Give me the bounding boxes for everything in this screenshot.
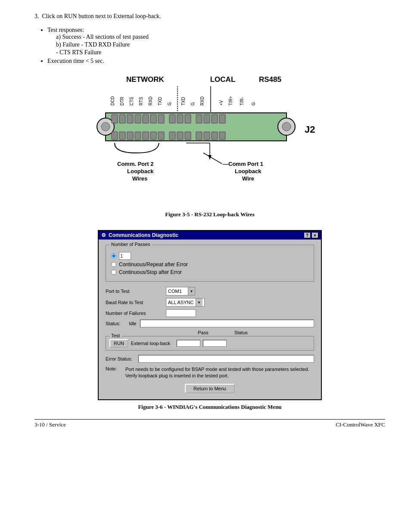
num-failures-label: Number of Failures	[106, 311, 166, 316]
figure-3-5-container: NETWORK LOCAL RS485 DCD DTR CTS RTS RXD …	[34, 73, 385, 226]
svg-point-21	[101, 122, 110, 131]
dialog-title-icon: ⚙	[101, 232, 106, 238]
radio-1-input[interactable]	[111, 253, 116, 258]
dialog-body: Number of Passes Continuous/Repeat after…	[99, 240, 321, 399]
radio-2-label: Continuous/Repeat after Error	[119, 261, 188, 268]
step-text: 3. Click on RUN button next to External …	[34, 13, 385, 20]
svg-text:Comm. Port 2: Comm. Port 2	[117, 161, 154, 167]
error-status-label: Error Status:	[106, 356, 137, 361]
svg-text:RTS: RTS	[139, 97, 143, 106]
svg-rect-48	[196, 132, 202, 140]
svg-text:G: G	[251, 102, 256, 106]
svg-text:J2: J2	[305, 124, 315, 135]
svg-rect-39	[119, 132, 125, 140]
svg-rect-26	[127, 115, 133, 123]
svg-text:+V: +V	[219, 100, 224, 106]
svg-rect-34	[196, 115, 202, 123]
comm-diagnostic-dialog: ⚙ Communications Diagnostic ? × Number o…	[98, 230, 322, 400]
svg-text:TXD: TXD	[158, 97, 162, 106]
test-group-label: Test	[109, 333, 121, 338]
dialog-controls[interactable]: ? ×	[304, 232, 318, 238]
sub-item-3: - CTS RTS Failure	[56, 49, 385, 56]
status-input	[203, 340, 227, 347]
dialog-help-button[interactable]: ?	[304, 232, 311, 238]
svg-rect-30	[158, 115, 164, 123]
svg-text:Wire: Wire	[242, 175, 254, 182]
baud-rate-label: Baud Rate to Test	[106, 300, 166, 305]
sub-item-2: b) Failure - TXD RXD Failure	[56, 41, 385, 48]
bullet-item-1: Test responses: a) Success - All section…	[47, 27, 385, 56]
svg-rect-49	[204, 132, 210, 140]
dialog-close-button[interactable]: ×	[311, 232, 318, 238]
num-failures-input[interactable]	[166, 309, 196, 317]
dialog-titlebar-left: ⚙ Communications Diagnostic	[101, 232, 178, 238]
svg-rect-27	[135, 115, 141, 123]
number-of-passes-group: Number of Passes Continuous/Repeat after…	[106, 245, 314, 282]
num-failures-row: Number of Failures	[106, 309, 314, 317]
svg-rect-25	[119, 115, 125, 123]
test-row: RUN External loop-back	[109, 339, 310, 348]
sub-item-1: a) Success - All sections of test passed	[56, 34, 385, 40]
svg-rect-51	[219, 132, 225, 140]
radio-row-1	[111, 252, 308, 260]
svg-rect-41	[135, 132, 141, 140]
error-status-row: Error Status:	[106, 355, 314, 363]
error-status-bar	[138, 355, 314, 363]
return-btn-row: Return to Menu	[106, 384, 314, 393]
svg-text:DTR: DTR	[120, 96, 125, 106]
svg-text:G: G	[190, 102, 195, 106]
baud-rate-dropdown[interactable]: ALL ASYNC ▼	[166, 298, 205, 307]
radio-3-input[interactable]	[111, 270, 116, 275]
sub-list-1: a) Success - All sections of test passed…	[56, 34, 385, 56]
svg-rect-29	[150, 115, 156, 123]
baud-rate-value: ALL ASYNC	[166, 300, 196, 305]
svg-rect-45	[169, 132, 175, 140]
svg-rect-44	[158, 132, 164, 140]
status-value: Idle	[129, 321, 137, 326]
number-of-passes-label: Number of Passes	[109, 242, 152, 247]
page-footer: 3-10 / Service CI-ControlWave XFC	[34, 419, 385, 428]
svg-text:Loopback: Loopback	[127, 168, 154, 174]
status-col-header: Status	[234, 330, 248, 335]
svg-rect-36	[212, 115, 218, 123]
bullet-list: Test responses: a) Success - All section…	[47, 27, 385, 65]
svg-text:DCD: DCD	[110, 96, 115, 106]
svg-rect-42	[143, 132, 149, 140]
svg-text:—Comm Port 1: —Comm Port 1	[223, 161, 263, 167]
port-to-test-dropdown[interactable]: COM1 ▼	[166, 287, 195, 296]
radio-2-input[interactable]	[111, 262, 116, 267]
svg-rect-37	[219, 115, 225, 123]
port-to-test-label: Port to Test	[106, 289, 166, 294]
dialog-wrapper: ⚙ Communications Diagnostic ? × Number o…	[34, 230, 385, 400]
pass-header: Pass	[198, 330, 208, 335]
port-to-test-value: COM1	[166, 289, 188, 294]
dialog-title: Communications Diagnostic	[109, 232, 178, 238]
svg-text:G: G	[167, 102, 172, 106]
dialog-titlebar: ⚙ Communications Diagnostic ? ×	[99, 231, 321, 240]
figure-3-6-caption: Figure 3-6 - WINDIAG's Communications Di…	[34, 404, 385, 411]
bullet-item-2: Execution time < 5 sec.	[47, 58, 385, 65]
note-text: Port needs to be configured for BSAP mod…	[125, 366, 314, 380]
svg-text:Loopback: Loopback	[235, 168, 262, 174]
svg-text:RXD: RXD	[148, 96, 153, 106]
return-to-menu-button[interactable]: Return to Menu	[185, 384, 235, 393]
radio-row-2: Continuous/Repeat after Error	[111, 261, 308, 268]
svg-rect-46	[177, 132, 183, 140]
num-passes-input[interactable]	[119, 252, 131, 260]
port-to-test-arrow[interactable]: ▼	[188, 287, 195, 295]
svg-text:RS485: RS485	[259, 75, 281, 84]
radio-row-3: Continuous/Stop after Error	[111, 269, 308, 275]
baud-rate-arrow[interactable]: ▼	[196, 299, 202, 306]
status-bar	[140, 320, 314, 327]
status-label: Status:	[106, 321, 127, 326]
connector-diagram: NETWORK LOCAL RS485 DCD DTR CTS RTS RXD …	[89, 73, 330, 211]
pass-input	[177, 340, 200, 347]
svg-text:LOCAL: LOCAL	[210, 75, 236, 84]
port-to-test-row: Port to Test COM1 ▼	[106, 287, 314, 296]
svg-rect-32	[177, 115, 183, 123]
run-button[interactable]: RUN	[109, 339, 128, 348]
test-group: Test RUN External loop-back	[106, 336, 314, 351]
svg-text:CTS: CTS	[129, 97, 134, 106]
svg-rect-50	[212, 132, 218, 140]
external-loopback-label: External loop-back	[131, 341, 174, 346]
